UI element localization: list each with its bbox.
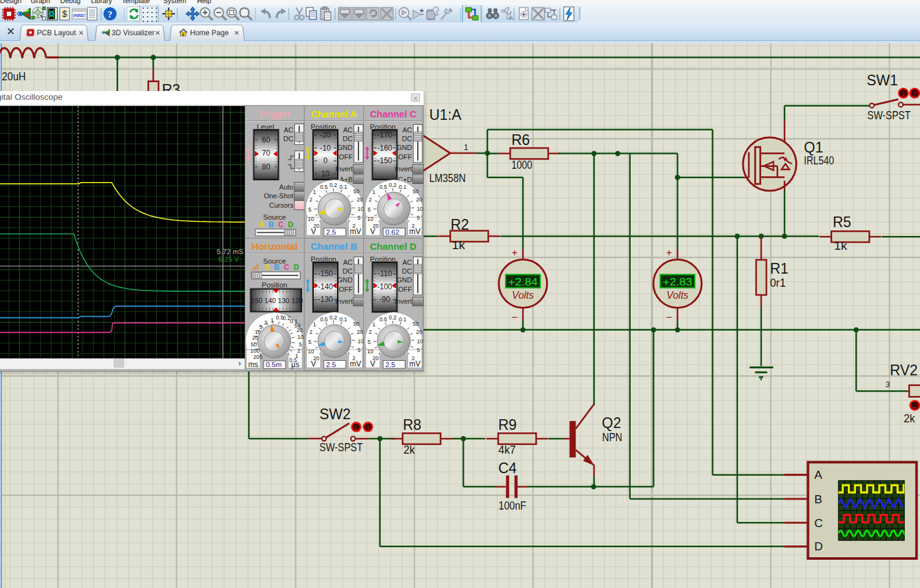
svg-text:Q2: Q2 — [602, 415, 621, 431]
svg-text:D: D — [294, 263, 299, 272]
svg-text:-160: -160 — [377, 144, 392, 152]
svg-text:?: ? — [108, 9, 113, 19]
svg-text:+: + — [666, 247, 672, 258]
svg-text:Channel D: Channel D — [370, 241, 416, 252]
svg-text:10: 10 — [297, 334, 304, 340]
svg-text:5: 5 — [308, 339, 311, 345]
svg-text:−: − — [511, 312, 517, 323]
svg-text:0.2: 0.2 — [388, 182, 396, 188]
svg-text:Invert: Invert — [395, 297, 412, 305]
svg-text:10: 10 — [417, 338, 423, 345]
svg-text:2.5: 2.5 — [326, 228, 336, 236]
svg-text:20: 20 — [297, 327, 303, 333]
svg-text:0.5: 0.5 — [379, 316, 387, 323]
svg-text:2: 2 — [309, 329, 313, 335]
svg-text:50: 50 — [353, 321, 360, 327]
svg-text:0.1: 0.1 — [340, 316, 347, 323]
svg-text:OFF: OFF — [339, 286, 353, 293]
svg-text:A: A — [815, 468, 823, 481]
svg-text:2: 2 — [369, 196, 372, 203]
svg-text:SW1: SW1 — [867, 72, 898, 88]
svg-text:AC: AC — [343, 126, 353, 134]
svg-text:B: B — [269, 220, 274, 229]
svg-text:C4: C4 — [498, 460, 517, 476]
svg-text:6.25 V: 6.25 V — [218, 255, 240, 263]
svg-text:50: 50 — [353, 188, 360, 195]
svg-text:Auto: Auto — [279, 183, 294, 191]
svg-text:2: 2 — [264, 319, 267, 326]
svg-text:5: 5 — [368, 339, 371, 345]
svg-text:Channel C: Channel C — [370, 109, 416, 119]
svg-text:5: 5 — [299, 341, 302, 348]
svg-text:2k: 2k — [404, 443, 415, 456]
svg-text:20: 20 — [357, 196, 363, 203]
svg-text:150: 150 — [251, 297, 262, 304]
svg-text:A: A — [259, 220, 264, 229]
svg-text:0.5m: 0.5m — [266, 361, 282, 368]
svg-text:5: 5 — [358, 215, 361, 221]
svg-text:Channel B: Channel B — [311, 241, 357, 252]
svg-text:OFF: OFF — [339, 153, 353, 161]
svg-text:10: 10 — [308, 348, 314, 355]
svg-text:Horizontal: Horizontal — [252, 241, 297, 252]
svg-text:100: 100 — [250, 348, 260, 354]
svg-text:0.5: 0.5 — [379, 184, 387, 190]
svg-text:4k7: 4k7 — [498, 443, 516, 456]
svg-text:↓: ↓ — [902, 89, 906, 98]
svg-text:DC: DC — [343, 267, 353, 275]
svg-text:0.1: 0.1 — [340, 184, 347, 190]
svg-text:Channel A: Channel A — [311, 109, 357, 119]
svg-text:Source: Source — [263, 213, 286, 221]
svg-text:10: 10 — [417, 206, 423, 212]
svg-text:5: 5 — [417, 215, 420, 221]
svg-text:↑: ↑ — [366, 423, 370, 432]
svg-text:10: 10 — [321, 169, 330, 178]
svg-text:RV2: RV2 — [890, 362, 917, 378]
svg-text:80: 80 — [262, 163, 270, 171]
svg-text:+2.84: +2.84 — [508, 276, 538, 288]
svg-text:DC: DC — [284, 135, 294, 142]
svg-text:2k: 2k — [904, 412, 915, 425]
svg-text:0.2: 0.2 — [329, 314, 337, 321]
svg-text:120: 120 — [291, 297, 302, 304]
svg-text:Volts: Volts — [512, 290, 534, 301]
svg-text:V: V — [311, 360, 316, 368]
svg-text:IRL540: IRL540 — [804, 154, 834, 167]
svg-text:OFF: OFF — [398, 153, 412, 161]
svg-text:1: 1 — [313, 321, 316, 328]
svg-text:20uH: 20uH — [2, 70, 26, 83]
svg-text:oааг: oааг — [73, 11, 85, 18]
svg-text:50: 50 — [412, 188, 419, 195]
svg-text:2: 2 — [369, 329, 372, 335]
svg-text:AC: AC — [284, 126, 293, 134]
svg-text:-170: -170 — [377, 131, 392, 139]
svg-text:1k: 1k — [452, 238, 466, 252]
svg-text:0.1: 0.1 — [398, 184, 406, 190]
svg-text:↓: ↓ — [354, 423, 358, 432]
svg-text:DC: DC — [343, 135, 353, 142]
svg-text:B: B — [274, 263, 280, 272]
svg-text:-150: -150 — [377, 156, 392, 165]
svg-text:AC: AC — [402, 259, 412, 266]
svg-text:2: 2 — [309, 196, 313, 203]
svg-text:↑: ↑ — [913, 89, 917, 98]
svg-text:0.1: 0.1 — [398, 316, 406, 323]
svg-text:SW2: SW2 — [319, 406, 351, 422]
svg-text:C: C — [284, 263, 289, 272]
svg-text:70: 70 — [262, 149, 270, 158]
svg-text:D: D — [288, 220, 294, 229]
svg-text:mV: mV — [409, 227, 420, 236]
svg-text:B: B — [815, 493, 823, 506]
svg-text:-140: -140 — [318, 282, 333, 291]
svg-text:R1: R1 — [770, 260, 788, 277]
svg-text:Invert: Invert — [395, 165, 412, 173]
svg-text:GND: GND — [397, 144, 412, 151]
svg-text:10: 10 — [358, 206, 364, 212]
svg-text:R6: R6 — [511, 132, 530, 148]
svg-text:R8: R8 — [403, 417, 421, 433]
svg-text:1: 1 — [270, 317, 274, 323]
svg-text:SW-SPST: SW-SPST — [319, 441, 363, 454]
svg-text:Trigger: Trigger — [259, 109, 291, 119]
svg-text:50: 50 — [412, 321, 419, 327]
svg-text:AC: AC — [402, 126, 412, 134]
